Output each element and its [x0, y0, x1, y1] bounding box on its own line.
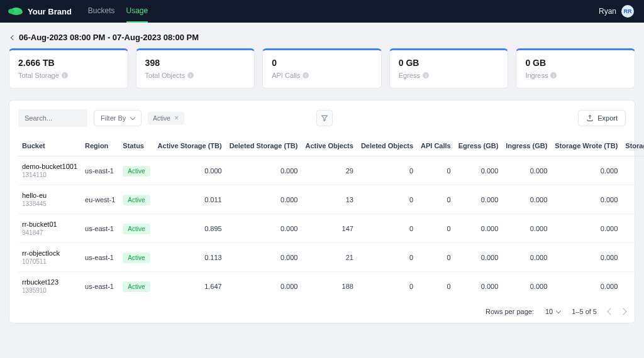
- cell-active-objects: 21: [301, 243, 357, 272]
- cell-egress: 0.000: [455, 272, 502, 301]
- col-ingress[interactable]: Ingress (GB): [502, 136, 551, 156]
- filter-button[interactable]: [316, 110, 333, 126]
- col-deleted-storage[interactable]: Deleted Storage (TB): [226, 136, 302, 156]
- col-region[interactable]: Region: [81, 136, 119, 156]
- nav-tab-buckets[interactable]: Buckets: [88, 0, 115, 23]
- funnel-icon: [321, 114, 328, 122]
- pager-arrows: [608, 309, 626, 314]
- cell-active-storage: 0.000: [154, 156, 226, 185]
- nav-right: Ryan RR: [599, 5, 634, 18]
- cell-active-storage: 0.113: [154, 243, 226, 272]
- close-icon[interactable]: ✕: [174, 115, 179, 121]
- brand-logo-icon: [10, 8, 23, 15]
- info-icon[interactable]: i: [550, 72, 557, 79]
- table-row[interactable]: hello-eu1338445eu-west-1Active0.0110.000…: [18, 185, 644, 214]
- cell-storage-read: 0.000: [621, 156, 644, 185]
- rows-per-page-label: Rows per page:: [486, 308, 534, 315]
- cell-deleted-objects: 0: [357, 243, 417, 272]
- cell-egress: 0.000: [455, 214, 502, 243]
- info-icon[interactable]: i: [423, 72, 429, 79]
- bucket-name: demo-bucket1001: [22, 163, 77, 170]
- nav-left: Your Brand Buckets Usage: [10, 0, 148, 23]
- table-row[interactable]: demo-bucket10011314110us-east-1Active0.0…: [18, 156, 644, 185]
- table-header-row: Bucket Region Status Active Storage (TB)…: [18, 136, 644, 156]
- bucket-id: 1070511: [22, 258, 77, 265]
- card-label: Total Objectsi: [145, 72, 246, 79]
- cell-storage-read: 0.000: [621, 185, 644, 214]
- info-icon[interactable]: i: [62, 72, 68, 79]
- col-egress[interactable]: Egress (GB): [455, 136, 502, 156]
- cell-region: eu-west-1: [81, 185, 119, 214]
- nav-tabs: Buckets Usage: [88, 0, 148, 23]
- col-status[interactable]: Status: [119, 136, 153, 156]
- rows-per-page-select[interactable]: 10: [545, 308, 560, 315]
- cell-deleted-objects: 0: [357, 272, 417, 301]
- cell-storage-read: 0.000: [621, 243, 644, 272]
- status-badge: Active: [123, 224, 150, 234]
- cell-ingress: 0.000: [502, 243, 551, 272]
- status-badge: Active: [123, 166, 150, 176]
- date-range-picker[interactable]: 06-Aug-2023 08:00 PM - 07-Aug-2023 08:00…: [11, 33, 635, 42]
- cell-deleted-storage: 0.000: [226, 185, 302, 214]
- cell-region: us-east-1: [81, 272, 119, 301]
- card-value: 0: [272, 58, 372, 68]
- search-input[interactable]: [18, 109, 87, 127]
- table-row[interactable]: rr-objectlock1070511us-east-1Active0.113…: [18, 243, 644, 272]
- filter-by-dropdown[interactable]: Filter By: [94, 110, 142, 126]
- cell-deleted-storage: 0.000: [226, 272, 302, 301]
- card-egress: 0 GB Egressi: [389, 48, 509, 89]
- bucket-id: 941847: [22, 229, 77, 236]
- avatar[interactable]: RR: [621, 5, 634, 18]
- col-active-storage[interactable]: Active Storage (TB): [154, 136, 226, 156]
- top-nav: Your Brand Buckets Usage Ryan RR: [0, 0, 644, 23]
- cell-active-objects: 188: [301, 272, 357, 301]
- card-total-storage: 2.666 TB Total Storagei: [9, 48, 128, 89]
- cell-storage-read: 0.000: [621, 272, 644, 301]
- cell-api-calls: 0: [417, 156, 455, 185]
- cell-deleted-objects: 0: [357, 214, 417, 243]
- card-value: 398: [145, 58, 246, 68]
- bucket-name: rr-bucket01: [22, 220, 77, 228]
- cell-deleted-storage: 0.000: [226, 156, 302, 185]
- chevron-down-icon: [556, 308, 561, 313]
- info-icon[interactable]: i: [187, 72, 194, 79]
- usage-table: Bucket Region Status Active Storage (TB)…: [18, 136, 644, 300]
- page: 06-Aug-2023 08:00 PM - 07-Aug-2023 08:00…: [0, 23, 644, 323]
- card-ingress: 0 GB Ingressi: [516, 48, 635, 89]
- cell-active-objects: 147: [301, 214, 357, 243]
- user-name[interactable]: Ryan: [599, 7, 616, 16]
- cell-ingress: 0.000: [502, 185, 551, 214]
- cell-active-storage: 0.011: [154, 185, 226, 214]
- table-row[interactable]: rr-bucket01941847us-east-1Active0.8950.0…: [18, 214, 644, 243]
- export-button[interactable]: Export: [578, 110, 626, 126]
- col-storage-wrote[interactable]: Storage Wrote (TB): [551, 136, 621, 156]
- cell-storage-wrote: 0.000: [551, 243, 621, 272]
- col-storage-read[interactable]: Storage Read (TB): [621, 136, 644, 156]
- col-api-calls[interactable]: API Calls: [417, 136, 455, 156]
- page-range: 1–5 of 5: [572, 308, 597, 315]
- chevron-down-icon: [130, 115, 135, 120]
- nav-tab-usage[interactable]: Usage: [126, 0, 148, 23]
- cell-api-calls: 0: [417, 272, 455, 301]
- col-deleted-objects[interactable]: Deleted Objects: [357, 136, 417, 156]
- bucket-id: 1395910: [22, 287, 77, 294]
- cell-api-calls: 0: [417, 185, 455, 214]
- bucket-name: rr-objectlock: [22, 249, 77, 257]
- cell-deleted-objects: 0: [357, 156, 417, 185]
- filter-chip-active[interactable]: Active ✕: [148, 112, 184, 125]
- brand[interactable]: Your Brand: [10, 7, 72, 16]
- bucket-name: rrbucket123: [22, 278, 77, 286]
- next-page-button[interactable]: [619, 308, 626, 315]
- info-icon[interactable]: i: [303, 72, 309, 79]
- bucket-name: hello-eu: [22, 192, 77, 199]
- summary-cards: 2.666 TB Total Storagei 398 Total Object…: [9, 48, 635, 89]
- col-active-objects[interactable]: Active Objects: [301, 136, 357, 156]
- cell-active-storage: 0.895: [154, 214, 226, 243]
- chevron-left-icon: [11, 35, 16, 40]
- card-value: 0 GB: [525, 58, 626, 68]
- cell-storage-wrote: 0.000: [551, 272, 621, 301]
- prev-page-button[interactable]: [607, 308, 614, 315]
- table-row[interactable]: rrbucket1231395910us-east-1Active1.6470.…: [18, 272, 644, 301]
- col-bucket[interactable]: Bucket: [18, 136, 81, 156]
- cell-deleted-storage: 0.000: [226, 243, 302, 272]
